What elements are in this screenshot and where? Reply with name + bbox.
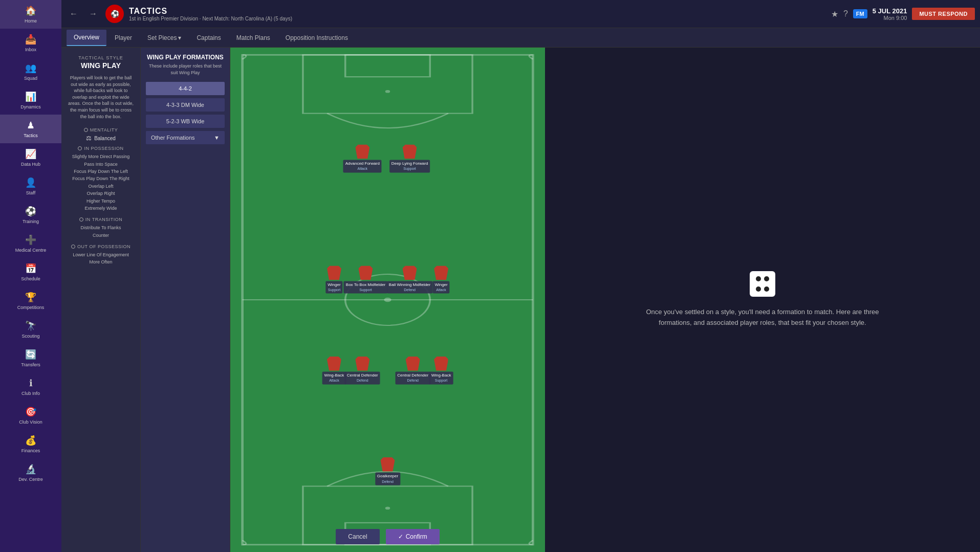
pitch-and-buttons: GoalkeeperDefend Wing-BackAttack Central… <box>230 48 545 552</box>
confirm-checkmark: ✓ <box>398 533 403 540</box>
player-token-bwm[interactable]: Ball Winning MidfielderDefend <box>387 266 432 294</box>
sidebar-item-staff[interactable]: 👤Staff <box>0 172 61 201</box>
sidebar-label-finances: Finances <box>21 448 40 453</box>
sidebar-item-scouting[interactable]: 🔭Scouting <box>0 315 61 344</box>
out-possession-item: Lower Line Of Engagement <box>67 251 135 258</box>
sidebar-item-training[interactable]: ⚽Training <box>0 201 61 229</box>
subnav-item-captains[interactable]: Captains <box>189 30 228 46</box>
in-transition-item: Distribute To Flanks <box>67 224 135 231</box>
sidebar-item-club-info[interactable]: ℹClub Info <box>0 372 61 401</box>
player-token-cd-l[interactable]: Central DefenderDefend <box>345 357 380 385</box>
player-duty-wb-l: Attack <box>329 379 339 382</box>
player-token-bbm[interactable]: Box To Box MidfielderSupport <box>344 266 387 294</box>
sidebar-icon-inbox: 📥 <box>25 34 36 45</box>
out-possession-item: More Often <box>67 258 135 266</box>
subnav-item-set-pieces[interactable]: Set Pieces ▾ <box>140 30 188 46</box>
player-token-cd-r[interactable]: Central DefenderDefend <box>395 357 430 385</box>
main-content: TACTICAL STYLE WING PLAY Players will lo… <box>61 48 980 552</box>
must-respond-button[interactable]: MUST RESPOND <box>912 8 975 20</box>
sidebar-item-club-vision[interactable]: 🎯Club Vision <box>0 401 61 430</box>
dice-dot-4 <box>764 286 769 292</box>
subnav-item-match-plans[interactable]: Match Plans <box>229 30 277 46</box>
sidebar-label-competitions: Competitions <box>17 305 45 310</box>
player-duty-gk: Defend <box>382 479 394 483</box>
sidebar-item-data-hub[interactable]: 📈Data Hub <box>0 143 61 172</box>
player-duty-cd-l: Defend <box>357 379 368 382</box>
sidebar-item-squad[interactable]: 👥Squad <box>0 57 61 86</box>
subnav-item-opposition-instructions[interactable]: Opposition Instructions <box>278 30 355 46</box>
player-token-wb-r[interactable]: Wing-BackSupport <box>429 357 453 385</box>
sidebar-label-squad: Squad <box>24 76 37 81</box>
formation-btn-4-3-3-dm-wide[interactable]: 4-3-3 DM Wide <box>146 98 225 112</box>
forward-button[interactable]: → <box>86 7 100 20</box>
sidebar-item-medical[interactable]: ➕Medical Centre <box>0 229 61 258</box>
dice-icon <box>750 271 775 297</box>
topbar-right: ★ ? FM 5 JUL 2021 Mon 9:00 MUST RESPOND <box>831 7 975 21</box>
player-shirt-win-r <box>434 266 448 280</box>
right-panel-text: Once you've settled on a style, you'll n… <box>635 307 890 328</box>
sidebar-icon-home: 🏠 <box>25 5 36 16</box>
in-possession-header: IN POSSESSION <box>67 146 135 151</box>
back-button[interactable]: ← <box>67 7 81 20</box>
formation-btn-5-2-3-wb-wide[interactable]: 5-2-3 WB Wide <box>146 115 225 128</box>
player-token-dlf[interactable]: Deep Lying ForwardSupport <box>389 145 430 173</box>
sidebar-item-tactics[interactable]: ♟Tactics <box>0 115 61 143</box>
cancel-button[interactable]: Cancel <box>336 529 379 544</box>
sidebar-icon-dynamics: 📊 <box>25 91 36 102</box>
formation-btn-4-4-2[interactable]: 4-4-2 <box>146 82 225 95</box>
svg-point-9 <box>385 506 390 510</box>
sidebar-icon-tactics: ♟ <box>27 120 35 131</box>
player-token-af[interactable]: Advanced ForwardAttack <box>343 145 382 173</box>
sidebar-icon-training: ⚽ <box>25 206 36 217</box>
player-label-dlf: Deep Lying ForwardSupport <box>389 160 430 173</box>
player-label-gk: GoalkeeperDefend <box>375 473 400 485</box>
right-panel: Once you've settled on a style, you'll n… <box>545 48 980 552</box>
mentality-header: MENTALITY <box>67 127 135 133</box>
sidebar-icon-club-info: ℹ <box>29 378 33 389</box>
in-possession-item: Overlap Right <box>67 190 135 197</box>
player-token-win-r[interactable]: WingerAttack <box>432 266 449 294</box>
sidebar-item-transfers[interactable]: 🔄Transfers <box>0 344 61 372</box>
sidebar-item-finances[interactable]: 💰Finances <box>0 430 61 458</box>
in-possession-item: Higher Tempo <box>67 197 135 205</box>
mentality-icon: ⚖ <box>86 135 92 142</box>
player-duty-win-r: Attack <box>436 288 446 292</box>
in-possession-list: Slightly More Direct PassingPass Into Sp… <box>67 153 135 212</box>
player-label-win-r: WingerAttack <box>432 281 449 294</box>
svg-point-8 <box>385 90 390 93</box>
sidebar-item-competitions[interactable]: 🏆Competitions <box>0 286 61 315</box>
dice-dot-2 <box>764 276 769 281</box>
player-label-wb-l: Wing-BackAttack <box>322 372 346 385</box>
player-shirt-wb-l <box>327 357 341 371</box>
player-token-win-l[interactable]: WingerSupport <box>325 266 342 294</box>
player-token-gk[interactable]: GoalkeeperDefend <box>375 457 400 485</box>
svg-point-7 <box>384 298 391 302</box>
sidebar-item-home[interactable]: 🏠Home <box>0 0 61 29</box>
in-possession-item: Overlap Left <box>67 183 135 190</box>
other-formations-label: Other Formations <box>151 135 195 141</box>
player-shirt-af <box>355 145 369 159</box>
sidebar-label-inbox: Inbox <box>25 47 36 52</box>
tactical-style-label: TACTICAL STYLE <box>67 55 135 60</box>
sidebar-label-transfers: Transfers <box>21 362 40 367</box>
sidebar-label-training: Training <box>23 219 39 224</box>
team-badge: ⚽ <box>105 5 124 23</box>
star-icon-btn[interactable]: ★ <box>831 9 838 19</box>
subnav-item-player[interactable]: Player <box>107 30 139 46</box>
player-label-win-l: WingerSupport <box>325 281 342 294</box>
player-duty-win-l: Support <box>328 288 341 292</box>
sidebar-item-dynamics[interactable]: 📊Dynamics <box>0 86 61 115</box>
dice-dot-1 <box>756 276 761 281</box>
sidebar-item-inbox[interactable]: 📥Inbox <box>0 29 61 57</box>
sidebar-item-dev-centre[interactable]: 🔬Dev. Centre <box>0 458 61 487</box>
page-subtitle: 1st in English Premier Division · Next M… <box>129 16 826 21</box>
confirm-button[interactable]: ✓ Confirm <box>386 529 440 544</box>
sidebar-label-tactics: Tactics <box>24 133 38 138</box>
sidebar-item-schedule[interactable]: 📅Schedule <box>0 258 61 286</box>
player-token-wb-l[interactable]: Wing-BackAttack <box>322 357 346 385</box>
svg-rect-4 <box>345 55 430 77</box>
help-icon-btn[interactable]: ? <box>843 9 848 18</box>
date-sub: Mon 9:00 <box>873 15 907 21</box>
other-formations-button[interactable]: Other Formations ▼ <box>146 131 225 144</box>
subnav-item-overview[interactable]: Overview <box>67 30 106 46</box>
